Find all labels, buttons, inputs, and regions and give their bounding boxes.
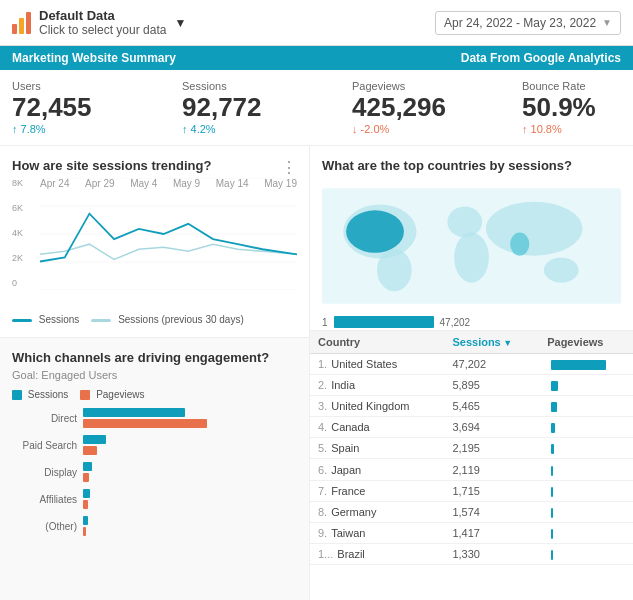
y-label-6k: 6K: [12, 203, 37, 213]
pageviews-inline-bar: [551, 487, 553, 497]
country-pageviews: [539, 501, 633, 522]
country-sessions: 1,574: [444, 501, 539, 522]
country-pageviews: [539, 480, 633, 501]
channel-bars: [83, 516, 297, 536]
stat-bounce-value: 50.9%: [522, 94, 622, 120]
stat-users-label: Users: [12, 80, 112, 92]
sessions-trend-title: How are site sessions trending?: [12, 158, 297, 173]
table-row: 3.United Kingdom 5,465: [310, 396, 633, 417]
col-country: Country: [310, 331, 444, 354]
channel-row: Direct: [12, 408, 297, 428]
pageviews-inline-bar: [551, 381, 558, 391]
channels-section: Which channels are driving engagement? G…: [0, 338, 309, 600]
pageviews-inline-bar: [551, 550, 553, 560]
country-pageviews: [539, 459, 633, 480]
sessions-bar: [83, 435, 106, 444]
country-pageviews: [539, 417, 633, 438]
country-pageviews: [539, 396, 633, 417]
data-source-subtitle: Click to select your data: [39, 23, 166, 37]
legend-sessions-prev: Sessions (previous 30 days): [91, 314, 243, 325]
data-source-chevron: ▼: [174, 16, 186, 30]
svg-point-7: [377, 249, 412, 291]
map-top-country-row: 1 47,202: [322, 316, 621, 328]
world-map: [322, 181, 621, 311]
country-name: 8.Germany: [310, 501, 444, 522]
country-name: 1...Brazil: [310, 543, 444, 564]
table-row: 1...Brazil 1,330: [310, 543, 633, 564]
country-name: 3.United Kingdom: [310, 396, 444, 417]
country-data-table: Country Sessions Pageviews 1.United Stat…: [310, 331, 633, 565]
legend-sessions-prev-dot: [91, 319, 111, 322]
table-header: Country Sessions Pageviews: [310, 331, 633, 354]
sessions-bar: [83, 489, 90, 498]
stat-users-value: 72,455: [12, 94, 112, 120]
table-row: 2.India 5,895: [310, 375, 633, 396]
table-row: 4.Canada 3,694: [310, 417, 633, 438]
date-range-dropdown[interactable]: Apr 24, 2022 - May 23, 2022 ▼: [435, 11, 621, 35]
sessions-trend-chart: 8K 6K 4K 2K 0: [12, 178, 297, 308]
y-label-2k: 2K: [12, 253, 37, 263]
channel-bars: [83, 408, 297, 428]
stat-sessions-change: ↑ 4.2%: [182, 123, 282, 135]
pageviews-bar: [83, 446, 97, 455]
banner-title: Marketing Website Summary: [12, 51, 176, 65]
legend-sessions-dot: [12, 319, 32, 322]
channels-sessions-sq: [12, 390, 22, 400]
y-label-8k: 8K: [12, 178, 37, 188]
country-name: 1.United States: [310, 354, 444, 375]
col-pageviews: Pageviews: [539, 331, 633, 354]
channels-legend-sessions: Sessions: [12, 389, 68, 400]
country-pageviews: [539, 438, 633, 459]
table-body: 1.United States 47,202 2.India 5,895 3.U…: [310, 354, 633, 565]
channel-label: Affiliates: [12, 494, 77, 505]
country-pageviews: [539, 375, 633, 396]
table-row: 6.Japan 2,119: [310, 459, 633, 480]
channel-label: (Other): [12, 521, 77, 532]
pageviews-inline-bar: [551, 423, 555, 433]
stat-users-change: ↑ 7.8%: [12, 123, 112, 135]
pageviews-inline-bar: [551, 402, 557, 412]
country-table: Country Sessions Pageviews 1.United Stat…: [310, 331, 633, 600]
table-row: 9.Taiwan 1,417: [310, 522, 633, 543]
country-sessions: 5,465: [444, 396, 539, 417]
channels-bar-chart: Direct Paid Search Display Affiliates (O…: [12, 408, 297, 536]
svg-point-9: [454, 232, 489, 282]
col-sessions[interactable]: Sessions: [444, 331, 539, 354]
channel-row: Paid Search: [12, 435, 297, 455]
chart-icon: [12, 12, 31, 34]
country-sessions: 1,417: [444, 522, 539, 543]
table-row: 8.Germany 1,574: [310, 501, 633, 522]
channel-row: (Other): [12, 516, 297, 536]
table-row: 5.Spain 2,195: [310, 438, 633, 459]
trend-legend: Sessions Sessions (previous 30 days): [12, 314, 297, 325]
chart-menu-icon[interactable]: ⋮: [281, 158, 297, 177]
pageviews-bar: [83, 500, 88, 509]
stat-pageviews: Pageviews 425,296 ↓ -2.0%: [352, 80, 452, 135]
map-top-country-value: 47,202: [440, 317, 471, 328]
legend-sessions: Sessions: [12, 314, 79, 325]
channels-title: Which channels are driving engagement?: [12, 350, 297, 365]
country-sessions: 1,715: [444, 480, 539, 501]
channels-pageviews-sq: [80, 390, 90, 400]
pageviews-bar: [83, 419, 207, 428]
pageviews-bar: [83, 473, 89, 482]
svg-point-10: [486, 202, 582, 256]
country-pageviews: [539, 354, 633, 375]
table-row: 7.France 1,715: [310, 480, 633, 501]
country-pageviews: [539, 543, 633, 564]
country-name: 6.Japan: [310, 459, 444, 480]
stat-sessions-label: Sessions: [182, 80, 282, 92]
channels-legend-pageviews: Pageviews: [80, 389, 144, 400]
date-range-chevron: ▼: [602, 17, 612, 28]
country-name: 2.India: [310, 375, 444, 396]
stat-pageviews-value: 425,296: [352, 94, 452, 120]
y-label-0: 0: [12, 278, 37, 288]
channel-bars: [83, 435, 297, 455]
header-left: Default Data Click to select your data ▼: [12, 8, 186, 37]
y-axis-labels: 8K 6K 4K 2K 0: [12, 178, 37, 288]
channel-bars: [83, 489, 297, 509]
stat-bounce-label: Bounce Rate: [522, 80, 622, 92]
country-sessions: 47,202: [444, 354, 539, 375]
country-name: 9.Taiwan: [310, 522, 444, 543]
stat-pageviews-change: ↓ -2.0%: [352, 123, 452, 135]
